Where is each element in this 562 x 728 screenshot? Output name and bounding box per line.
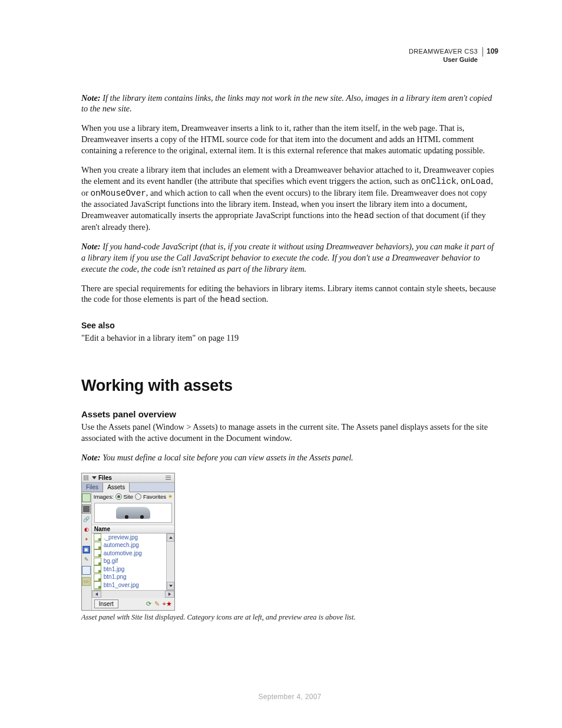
image-file-icon bbox=[94, 542, 101, 549]
image-file-icon bbox=[94, 549, 101, 557]
note-2: Note: If you hand-code JavaScript (that … bbox=[81, 241, 498, 275]
category-flash-icon[interactable]: ◐ bbox=[82, 526, 90, 533]
column-header-name[interactable]: Name bbox=[92, 525, 174, 533]
category-scripts-icon[interactable]: ✎ bbox=[82, 556, 90, 564]
code-head-2: head bbox=[220, 295, 240, 304]
radio-favorites[interactable] bbox=[135, 493, 141, 500]
note-lead: Note: bbox=[81, 93, 101, 103]
favorites-star-icon: ★ bbox=[168, 493, 173, 499]
note-text: You must define a local site before you … bbox=[101, 453, 353, 462]
image-file-icon bbox=[94, 558, 101, 565]
doc-subtitle: User Guide bbox=[409, 55, 478, 64]
category-movies-icon[interactable]: ▣ bbox=[82, 546, 90, 554]
tab-assets[interactable]: Assets bbox=[103, 483, 130, 492]
category-shockwave-icon[interactable]: ✦ bbox=[82, 536, 90, 543]
vertical-scrollbar[interactable] bbox=[166, 533, 174, 590]
scroll-right-icon[interactable] bbox=[165, 591, 174, 598]
note-lead: Note: bbox=[81, 242, 101, 251]
image-file-icon bbox=[94, 574, 101, 581]
image-file-icon bbox=[94, 565, 101, 573]
category-urls-icon[interactable]: 🔗 bbox=[82, 516, 90, 523]
body-para-1: When you use a library item, Dreamweaver… bbox=[81, 123, 498, 156]
note-lead: Note: bbox=[81, 453, 101, 462]
radio-favorites-label: Favorites bbox=[143, 493, 166, 500]
body-para-2: When you create a library item that incl… bbox=[81, 164, 498, 233]
see-also-heading: See also bbox=[81, 321, 498, 330]
code-onmouseover: onMouseOver bbox=[90, 189, 146, 198]
note-text: If you hand-code JavaScript (that is, if… bbox=[81, 242, 494, 274]
radio-site-label: Site bbox=[124, 493, 133, 500]
see-also-link[interactable]: "Edit a behavior in a library item" on p… bbox=[81, 332, 498, 344]
tab-files[interactable]: Files bbox=[82, 483, 103, 492]
body-para-3: There are special requirements for editi… bbox=[81, 283, 498, 306]
figure-caption: Asset panel with Site list displayed. Ca… bbox=[81, 613, 498, 622]
refresh-icon[interactable]: ⟳ bbox=[146, 600, 151, 608]
code-onclick: onClick bbox=[421, 177, 456, 186]
list-item[interactable]: btn1.jpg bbox=[92, 565, 166, 574]
image-file-icon bbox=[94, 589, 101, 590]
note-text: If the library item contains links, the … bbox=[81, 93, 492, 114]
code-onload: onLoad bbox=[461, 177, 491, 186]
assets-panel: Files Files Assets 🔗 ◐ ✦ ▣ ✎ ▭ bbox=[81, 473, 175, 611]
footer-date: September 4, 2007 bbox=[81, 693, 498, 701]
topic-para: Use the Assets panel (Window > Assets) t… bbox=[81, 421, 498, 444]
code-head-1: head bbox=[354, 211, 374, 220]
category-templates-icon[interactable] bbox=[82, 566, 91, 575]
radio-label: Images: bbox=[94, 493, 114, 500]
page-number: 109 bbox=[482, 47, 498, 57]
horizontal-scrollbar[interactable] bbox=[92, 590, 174, 598]
running-header: DREAMWEAVER CS3 User Guide 109 bbox=[81, 47, 498, 64]
image-file-icon bbox=[94, 581, 101, 589]
panel-titlebar[interactable]: Files bbox=[82, 473, 174, 483]
list-item[interactable]: bg.gif bbox=[92, 557, 166, 565]
list-item[interactable]: automotive.jpg bbox=[92, 549, 166, 558]
category-colors-icon[interactable] bbox=[82, 505, 91, 513]
note-1: Note: If the library item contains links… bbox=[81, 93, 498, 115]
figure-assets-panel: Files Files Assets 🔗 ◐ ✦ ▣ ✎ ▭ bbox=[81, 473, 498, 622]
preview-image bbox=[116, 507, 150, 519]
list-item[interactable]: btn1_over.jpg bbox=[92, 581, 166, 589]
category-column: 🔗 ◐ ✦ ▣ ✎ ▭ bbox=[82, 492, 92, 610]
scroll-up-icon[interactable] bbox=[167, 533, 174, 542]
doc-title: DREAMWEAVER CS3 bbox=[409, 47, 478, 55]
list-item[interactable]: ._preview.jpg bbox=[92, 533, 166, 542]
preview-area bbox=[94, 503, 172, 523]
category-library-icon[interactable]: ▭ bbox=[82, 577, 91, 586]
topic-heading: Assets panel overview bbox=[81, 409, 498, 419]
insert-button[interactable]: Insert bbox=[94, 599, 118, 608]
topic-note: Note: You must define a local site befor… bbox=[81, 452, 498, 463]
panel-grip-icon[interactable] bbox=[84, 475, 88, 480]
panel-menu-icon[interactable] bbox=[166, 475, 173, 480]
scroll-down-icon[interactable] bbox=[167, 582, 174, 590]
scroll-left-icon[interactable] bbox=[92, 591, 101, 598]
collapse-icon[interactable] bbox=[92, 476, 97, 479]
category-images-icon[interactable] bbox=[82, 493, 91, 502]
edit-icon[interactable]: ✎ bbox=[154, 600, 160, 608]
file-list[interactable]: ._preview.jpg automech.jpg automotive.jp… bbox=[92, 533, 166, 590]
panel-group-title: Files bbox=[98, 475, 112, 481]
image-file-icon bbox=[94, 533, 101, 541]
list-item[interactable]: btn1.png bbox=[92, 573, 166, 581]
list-item[interactable]: automech.jpg bbox=[92, 541, 166, 549]
add-favorite-icon[interactable]: +★ bbox=[163, 600, 172, 608]
section-heading: Working with assets bbox=[81, 377, 498, 395]
radio-site[interactable] bbox=[115, 493, 122, 500]
